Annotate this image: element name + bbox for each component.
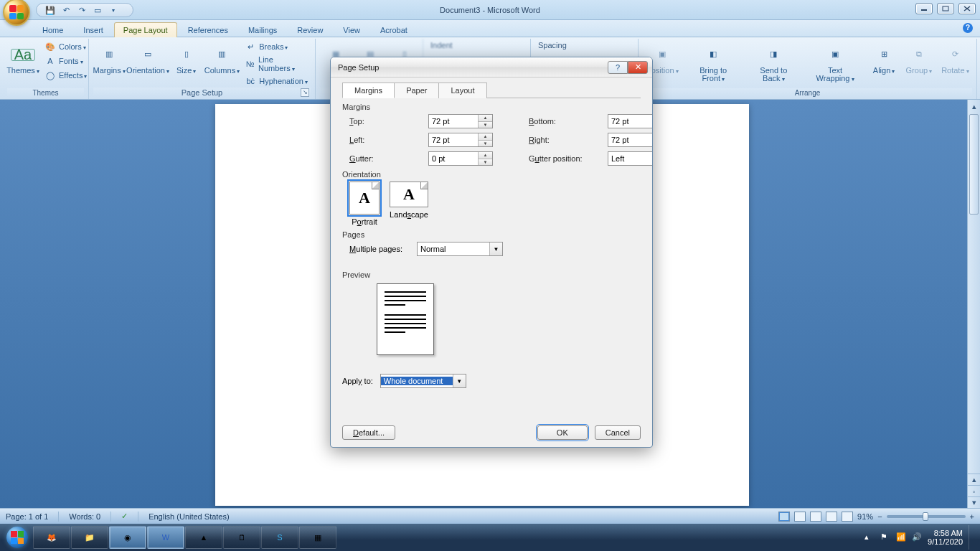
- label-multiple-pages: Multiple pages:: [349, 245, 402, 253]
- spinner-gutter[interactable]: ▲▼: [428, 151, 493, 166]
- tab-home[interactable]: Home: [33, 22, 72, 37]
- zoom-level[interactable]: 91%: [857, 512, 873, 521]
- redo-icon[interactable]: ↷: [77, 5, 87, 15]
- browse-object-icon[interactable]: ◦: [968, 485, 980, 496]
- chevron-down-icon[interactable]: ▼: [489, 242, 502, 255]
- dialog-tab-margins[interactable]: Margins: [342, 83, 395, 98]
- theme-fonts-button[interactable]: AFonts: [42, 55, 90, 67]
- orientation-landscape[interactable]: A Landscape: [390, 182, 428, 226]
- proofing-icon[interactable]: ✓: [121, 512, 128, 521]
- tab-page-layout[interactable]: Page Layout: [114, 22, 177, 37]
- spinner-right[interactable]: ▲▼: [608, 133, 653, 147]
- undo-icon[interactable]: ↶: [61, 5, 71, 15]
- combo-apply-to[interactable]: Whole document▼: [380, 374, 466, 388]
- vertical-scrollbar[interactable]: ▴ ▴ ◦ ▾: [967, 100, 980, 508]
- zoom-slider[interactable]: [887, 515, 966, 518]
- ok-button[interactable]: OK: [537, 425, 588, 440]
- tray-flag-icon[interactable]: ⚑: [880, 532, 890, 542]
- breaks-button[interactable]: ↵Breaks: [242, 40, 311, 53]
- status-bar: Page: 1 of 1 Words: 0 ✓ English (United …: [0, 508, 980, 524]
- tray-expand-icon[interactable]: ▴: [864, 532, 875, 542]
- tab-references[interactable]: References: [179, 22, 237, 37]
- taskbar-firefox[interactable]: 🦊: [33, 526, 70, 549]
- print-layout-view-icon[interactable]: [778, 512, 790, 522]
- status-words[interactable]: Words: 0: [69, 512, 100, 521]
- hyphenation-button[interactable]: bċHyphenation: [242, 75, 311, 88]
- bring-front-button[interactable]: ◧Bring to Front: [684, 40, 743, 85]
- section-pages: Pages: [342, 230, 641, 239]
- zoom-out-icon[interactable]: −: [877, 512, 882, 521]
- scroll-thumb[interactable]: [969, 114, 979, 215]
- columns-button[interactable]: ▥Columns: [205, 40, 240, 77]
- status-language[interactable]: English (United States): [149, 512, 230, 521]
- dialog-title: Page Setup: [338, 63, 380, 72]
- dialog-tab-paper[interactable]: Paper: [395, 83, 439, 98]
- close-button[interactable]: [958, 3, 976, 14]
- themes-label: Themes: [6, 67, 39, 75]
- taskbar-notes[interactable]: 🗒: [223, 526, 260, 549]
- taskbar-word[interactable]: W: [147, 526, 184, 549]
- start-button[interactable]: [1, 525, 33, 550]
- dialog-help-button[interactable]: ?: [608, 61, 628, 74]
- spinner-left[interactable]: ▲▼: [428, 133, 493, 147]
- tray-volume-icon[interactable]: 🔊: [912, 532, 922, 542]
- label-gutter-position: Gutter position:: [529, 154, 586, 163]
- align-button[interactable]: ⊞Align: [868, 40, 900, 77]
- zoom-in-icon[interactable]: +: [970, 512, 974, 521]
- tab-view[interactable]: View: [334, 22, 369, 37]
- scroll-up-icon[interactable]: ▴: [968, 100, 980, 113]
- line-numbers-button[interactable]: №Line Numbers: [242, 55, 311, 73]
- maximize-button[interactable]: [937, 3, 954, 14]
- combo-gutter-position[interactable]: Left▼: [608, 151, 653, 166]
- prev-page-icon[interactable]: ▴: [968, 474, 980, 485]
- orientation-portrait[interactable]: A Portrait: [349, 182, 380, 226]
- spinner-top[interactable]: ▲▼: [428, 114, 493, 128]
- send-back-button[interactable]: ◨Send to Back: [745, 40, 802, 85]
- cancel-button[interactable]: Cancel: [595, 425, 641, 440]
- taskbar-vlc[interactable]: ▲: [185, 526, 222, 549]
- theme-colors-button[interactable]: 🎨Colors: [42, 40, 90, 53]
- web-layout-view-icon[interactable]: [810, 512, 821, 522]
- page-setup-launcher[interactable]: ↘: [301, 88, 309, 97]
- tab-review[interactable]: Review: [288, 22, 332, 37]
- text-wrap-button[interactable]: ▣Text Wrapping: [805, 40, 865, 85]
- label-left: Left:: [349, 136, 407, 144]
- dialog-title-bar[interactable]: Page Setup ? ✕: [331, 57, 652, 77]
- orientation-button[interactable]: ▭Orientation: [128, 40, 167, 77]
- status-page[interactable]: Page: 1 of 1: [6, 512, 48, 521]
- dialog-close-button[interactable]: ✕: [628, 61, 648, 74]
- theme-effects-button[interactable]: ◯Effects: [42, 69, 90, 82]
- save-icon[interactable]: 💾: [45, 5, 55, 15]
- spin-up-icon[interactable]: ▲: [479, 115, 492, 122]
- draft-view-icon[interactable]: [842, 512, 853, 522]
- tab-mailings[interactable]: Mailings: [239, 22, 286, 37]
- themes-button[interactable]: Aa Themes: [7, 40, 39, 77]
- label-top: Top:: [349, 117, 407, 126]
- taskbar-app[interactable]: ▦: [299, 526, 336, 549]
- taskbar-explorer[interactable]: 📁: [71, 526, 108, 549]
- group-button[interactable]: ⧉Group: [903, 40, 936, 77]
- tray-network-icon[interactable]: 📶: [896, 532, 906, 542]
- system-clock[interactable]: 8:58 AM 9/11/2020: [928, 529, 963, 546]
- full-screen-view-icon[interactable]: [794, 512, 806, 522]
- new-doc-icon[interactable]: ▭: [93, 5, 103, 15]
- outline-view-icon[interactable]: [826, 512, 837, 522]
- margins-button[interactable]: ▥Margins: [93, 40, 125, 77]
- rotate-button[interactable]: ⟳Rotate: [938, 40, 972, 77]
- taskbar-skype[interactable]: S: [261, 526, 298, 549]
- show-desktop-button[interactable]: [969, 525, 974, 550]
- qat-customize-icon[interactable]: ▾: [108, 5, 118, 15]
- help-icon[interactable]: ?: [963, 23, 973, 33]
- combo-multiple-pages[interactable]: Normal▼: [417, 242, 503, 256]
- minimize-button[interactable]: [915, 3, 933, 14]
- spinner-bottom[interactable]: ▲▼: [608, 114, 653, 128]
- tab-acrobat[interactable]: Acrobat: [371, 22, 417, 37]
- default-button[interactable]: Default...: [342, 425, 395, 440]
- spin-down-icon[interactable]: ▼: [479, 122, 492, 128]
- tab-insert[interactable]: Insert: [74, 22, 113, 37]
- taskbar-chrome[interactable]: ◉: [109, 526, 146, 549]
- dialog-tab-layout[interactable]: Layout: [439, 83, 486, 98]
- size-button[interactable]: ▯Size: [171, 40, 202, 77]
- next-page-icon[interactable]: ▾: [968, 496, 980, 508]
- chevron-down-icon[interactable]: ▼: [453, 375, 466, 387]
